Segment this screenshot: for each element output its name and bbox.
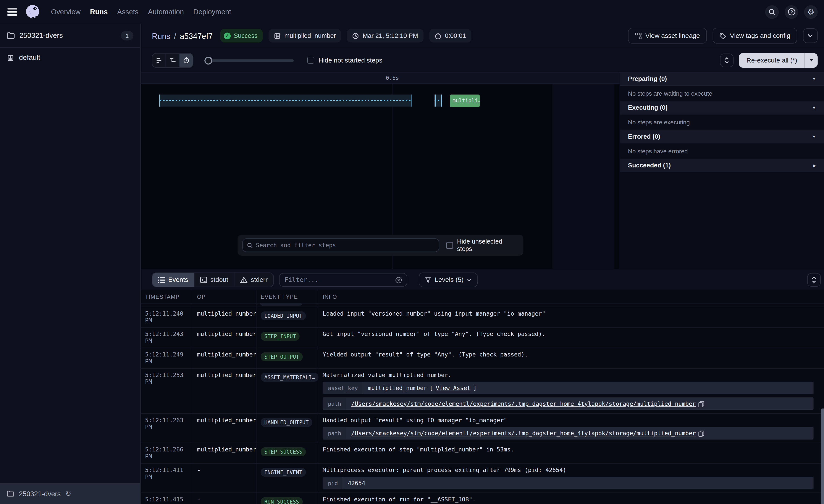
metadata-key: asset_key xyxy=(323,382,363,394)
timed-view-button[interactable] xyxy=(180,53,193,67)
reexecute-all-button[interactable]: Re-execute all (*) xyxy=(739,53,805,68)
asset-icon xyxy=(274,32,281,39)
path-link[interactable]: /Users/smackesey/stm/code/elementl/exper… xyxy=(351,430,696,437)
event-timestamp: 5:12:11.240 PM xyxy=(141,307,191,327)
events-tabbar: Events stdout stderr Filter... Levels (5… xyxy=(141,269,824,290)
log-tabs: Events stdout stderr xyxy=(152,272,274,287)
metadata-entry-pid: pid42654 xyxy=(323,477,813,489)
copy-icon[interactable] xyxy=(699,401,704,407)
section-errored[interactable]: Errored (0) ▼ xyxy=(620,130,824,143)
event-type-tag: STEP_SUCCESS xyxy=(261,447,306,456)
nav-item-deployment[interactable]: Deployment xyxy=(193,8,231,16)
step-waiting-bar[interactable] xyxy=(159,95,411,107)
section-errored-title: Errored (0) xyxy=(628,133,660,140)
section-preparing-title: Preparing (0) xyxy=(628,75,667,83)
event-timestamp: 5:12:11.253 PM xyxy=(141,369,191,413)
event-info: Finished execution of step "multiplied_n… xyxy=(317,443,824,463)
hide-not-started-label: Hide not started steps xyxy=(318,56,382,64)
event-type-tag: ENGINE_EVENT xyxy=(261,468,306,477)
event-op: multiplied_number xyxy=(191,307,256,327)
view-asset-link[interactable]: View Asset xyxy=(436,385,471,391)
status-badge: ✓ Success xyxy=(220,29,263,43)
metadata-value: 42654 xyxy=(343,480,370,487)
chevron-down-icon xyxy=(467,279,471,281)
nav-item-assets[interactable]: Assets xyxy=(117,8,138,16)
sidebar-item-default-group[interactable]: default xyxy=(0,48,140,67)
view-asset-lineage-label: View asset lineage xyxy=(645,32,700,39)
log-filter-input[interactable]: Filter... xyxy=(279,273,407,287)
gantt-zoom-slider[interactable] xyxy=(204,53,294,67)
event-op: - xyxy=(191,493,256,504)
section-executing-body: No steps are executing xyxy=(620,114,824,130)
event-type-cell: HANDLED_OUTPUT xyxy=(256,414,317,443)
clipped-event-tag xyxy=(260,303,303,306)
terminal-icon xyxy=(200,277,207,283)
nav-item-runs[interactable]: Runs xyxy=(90,8,108,16)
breadcrumb-separator: / xyxy=(174,31,176,40)
event-op: - xyxy=(191,464,256,493)
section-executing[interactable]: Executing (0) ▼ xyxy=(620,101,824,114)
clear-filter-icon[interactable] xyxy=(395,276,402,283)
warning-triangle-icon xyxy=(240,277,248,283)
step-status-panel: Preparing (0) ▼ No steps are waiting to … xyxy=(620,73,824,269)
path-link[interactable]: /Users/smackesey/stm/code/elementl/exper… xyxy=(351,400,696,407)
triangle-down-icon: ▼ xyxy=(812,134,816,139)
hide-unselected-checkbox[interactable] xyxy=(446,242,453,249)
folder-icon xyxy=(7,32,15,39)
event-rows: 5:12:11.240 PMmultiplied_numberLOADED_IN… xyxy=(141,303,824,504)
search-icon[interactable] xyxy=(765,5,779,19)
metadata-entry-path: path/Users/smackesey/stm/code/elementl/e… xyxy=(323,397,813,410)
event-type-tag: RUN_SUCCESS xyxy=(261,497,303,504)
chevron-down-icon xyxy=(808,34,813,37)
expand-logs-button[interactable] xyxy=(807,273,821,287)
vertical-scrollbar-thumb[interactable] xyxy=(821,408,824,504)
column-op: OP xyxy=(191,290,256,303)
sidebar-footer-repo[interactable]: 250321-dvers ↻ xyxy=(0,483,140,504)
asset-chip-label: multiplied_number xyxy=(285,32,336,39)
gantt-search-panel: Search and filter steps Hide unselected … xyxy=(237,235,523,256)
help-icon[interactable]: ? xyxy=(785,5,798,19)
duration-label: 0:00:01 xyxy=(445,32,466,39)
tab-stdout[interactable]: stdout xyxy=(195,273,235,287)
tab-events[interactable]: Events xyxy=(152,273,195,287)
more-actions-button[interactable] xyxy=(803,28,818,43)
section-preparing[interactable]: Preparing (0) ▼ xyxy=(620,73,824,86)
copy-icon[interactable] xyxy=(699,430,704,436)
step-search-input[interactable]: Search and filter steps xyxy=(242,238,439,252)
hide-not-started-checkbox[interactable] xyxy=(307,57,314,64)
settings-gear-icon[interactable]: ⚙ xyxy=(804,5,818,19)
hamburger-menu-icon[interactable] xyxy=(7,8,17,16)
reexecute-options-button[interactable] xyxy=(805,53,818,68)
start-time-label: Mar 21, 5:12:10 PM xyxy=(363,32,418,39)
nav-item-overview[interactable]: Overview xyxy=(51,8,81,16)
waterfall-view-button[interactable] xyxy=(166,53,180,67)
event-type-cell: ENGINE_EVENT xyxy=(256,464,317,493)
step-bar-multiplied-number[interactable]: multipli… xyxy=(450,95,480,107)
breadcrumb-runs-link[interactable]: Runs xyxy=(152,31,170,40)
nav-item-automation[interactable]: Automation xyxy=(148,8,184,16)
asset-chip[interactable]: multiplied_number xyxy=(269,29,341,43)
event-op: multiplied_number xyxy=(191,443,256,463)
topnav-items: OverviewRunsAssetsAutomationDeployment xyxy=(51,8,231,16)
view-tags-config-button[interactable]: View tags and config xyxy=(713,28,797,44)
expand-gantt-button[interactable] xyxy=(720,53,734,67)
success-check-icon: ✓ xyxy=(224,32,230,39)
section-preparing-body: No steps are waiting to execute xyxy=(620,86,824,102)
gantt-timeline: 0.5s xyxy=(141,73,620,84)
event-row: 5:12:11.411 PM-ENGINE_EVENTMultiprocess … xyxy=(141,464,824,493)
section-succeeded[interactable]: Succeeded (1) ▶ xyxy=(620,159,824,172)
step-queue-marker[interactable] xyxy=(434,95,442,107)
reload-icon[interactable]: ↻ xyxy=(66,490,71,497)
view-asset-lineage-button[interactable]: View asset lineage xyxy=(628,28,707,44)
slider-knob[interactable] xyxy=(204,56,212,64)
run-header: Runs / a5347ef7 ✓ Success multiplied_num… xyxy=(141,24,824,48)
sidebar-item-repo[interactable]: 250321-dvers 1 xyxy=(0,24,140,48)
dagster-logo-icon[interactable] xyxy=(24,3,41,20)
levels-filter-button[interactable]: Levels (5) xyxy=(419,272,478,287)
flat-view-button[interactable] xyxy=(152,53,166,67)
tab-stderr[interactable]: stderr xyxy=(234,273,274,287)
event-op: multiplied_number xyxy=(191,348,256,368)
view-tags-config-label: View tags and config xyxy=(730,32,790,39)
event-op: multiplied_number xyxy=(191,328,256,348)
event-op: multiplied_number xyxy=(191,414,256,443)
